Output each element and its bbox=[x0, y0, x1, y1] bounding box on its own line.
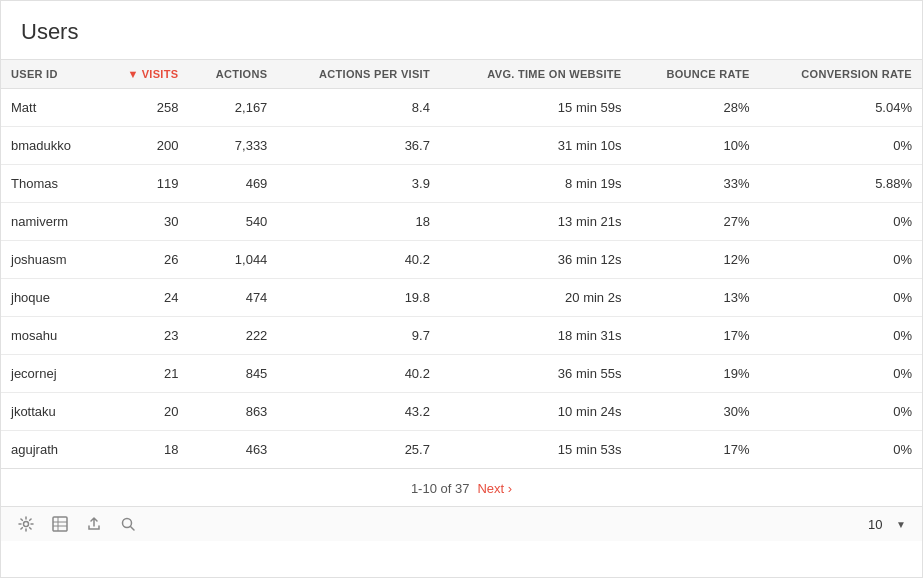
cell-bounce_rate: 27% bbox=[631, 203, 759, 241]
table-header-row: USER ID ▼VISITS ACTIONS ACTIONS PER VISI… bbox=[1, 60, 922, 89]
cell-conversion_rate: 0% bbox=[760, 127, 922, 165]
pagination-row: 1-10 of 37 Next › bbox=[1, 469, 922, 506]
table-row: bmadukko2007,33336.731 min 10s10%0% bbox=[1, 127, 922, 165]
table-row: Thomas1194693.98 min 19s33%5.88% bbox=[1, 165, 922, 203]
cell-visits: 26 bbox=[100, 241, 188, 279]
table-body: Matt2582,1678.415 min 59s28%5.04%bmadukk… bbox=[1, 89, 922, 469]
footer-right: 10 25 50 100 ▼ bbox=[868, 517, 906, 532]
cell-actions: 863 bbox=[188, 393, 277, 431]
col-header-avg-time: AVG. TIME ON WEBSITE bbox=[440, 60, 632, 89]
cell-avg_time: 10 min 24s bbox=[440, 393, 632, 431]
cell-user_id: jkottaku bbox=[1, 393, 100, 431]
table-row: namiverm305401813 min 21s27%0% bbox=[1, 203, 922, 241]
cell-avg_time: 36 min 55s bbox=[440, 355, 632, 393]
cell-user_id: joshuasm bbox=[1, 241, 100, 279]
cell-user_id: Thomas bbox=[1, 165, 100, 203]
gear-icon[interactable] bbox=[17, 515, 35, 533]
export-icon[interactable] bbox=[85, 515, 103, 533]
cell-bounce_rate: 12% bbox=[631, 241, 759, 279]
cell-bounce_rate: 30% bbox=[631, 393, 759, 431]
cell-actions_per_visit: 25.7 bbox=[277, 431, 440, 469]
page-size-select[interactable]: 10 25 50 100 bbox=[868, 517, 892, 532]
cell-actions_per_visit: 40.2 bbox=[277, 241, 440, 279]
cell-avg_time: 36 min 12s bbox=[440, 241, 632, 279]
cell-visits: 24 bbox=[100, 279, 188, 317]
cell-avg_time: 8 min 19s bbox=[440, 165, 632, 203]
col-header-actions-per-visit: ACTIONS PER VISIT bbox=[277, 60, 440, 89]
table-row: agujrath1846325.715 min 53s17%0% bbox=[1, 431, 922, 469]
cell-bounce_rate: 17% bbox=[631, 317, 759, 355]
table-row: jhoque2447419.820 min 2s13%0% bbox=[1, 279, 922, 317]
cell-conversion_rate: 5.04% bbox=[760, 89, 922, 127]
cell-conversion_rate: 0% bbox=[760, 355, 922, 393]
svg-rect-1 bbox=[53, 517, 67, 531]
footer-bar: 10 25 50 100 ▼ bbox=[1, 506, 922, 541]
cell-bounce_rate: 28% bbox=[631, 89, 759, 127]
cell-conversion_rate: 0% bbox=[760, 431, 922, 469]
cell-actions: 469 bbox=[188, 165, 277, 203]
cell-actions: 7,333 bbox=[188, 127, 277, 165]
cell-actions: 2,167 bbox=[188, 89, 277, 127]
cell-visits: 18 bbox=[100, 431, 188, 469]
cell-user_id: namiverm bbox=[1, 203, 100, 241]
svg-line-6 bbox=[131, 527, 135, 531]
cell-conversion_rate: 0% bbox=[760, 317, 922, 355]
search-icon[interactable] bbox=[119, 515, 137, 533]
col-header-actions: ACTIONS bbox=[188, 60, 277, 89]
cell-actions: 540 bbox=[188, 203, 277, 241]
cell-actions_per_visit: 36.7 bbox=[277, 127, 440, 165]
cell-actions: 1,044 bbox=[188, 241, 277, 279]
col-header-bounce-rate: BOUNCE RATE bbox=[631, 60, 759, 89]
cell-actions_per_visit: 3.9 bbox=[277, 165, 440, 203]
cell-visits: 20 bbox=[100, 393, 188, 431]
cell-avg_time: 15 min 53s bbox=[440, 431, 632, 469]
cell-bounce_rate: 10% bbox=[631, 127, 759, 165]
table-row: joshuasm261,04440.236 min 12s12%0% bbox=[1, 241, 922, 279]
next-page-link[interactable]: Next › bbox=[477, 481, 512, 496]
col-header-conversion-rate: CONVERSION RATE bbox=[760, 60, 922, 89]
cell-avg_time: 18 min 31s bbox=[440, 317, 632, 355]
table-row: jecornej2184540.236 min 55s19%0% bbox=[1, 355, 922, 393]
cell-user_id: jecornej bbox=[1, 355, 100, 393]
table-icon[interactable] bbox=[51, 515, 69, 533]
cell-visits: 200 bbox=[100, 127, 188, 165]
cell-actions: 463 bbox=[188, 431, 277, 469]
cell-bounce_rate: 13% bbox=[631, 279, 759, 317]
cell-user_id: mosahu bbox=[1, 317, 100, 355]
cell-actions_per_visit: 8.4 bbox=[277, 89, 440, 127]
sort-arrow-icon: ▼ bbox=[128, 68, 139, 80]
cell-bounce_rate: 17% bbox=[631, 431, 759, 469]
cell-conversion_rate: 5.88% bbox=[760, 165, 922, 203]
cell-actions: 474 bbox=[188, 279, 277, 317]
cell-bounce_rate: 33% bbox=[631, 165, 759, 203]
cell-actions_per_visit: 19.8 bbox=[277, 279, 440, 317]
table-row: jkottaku2086343.210 min 24s30%0% bbox=[1, 393, 922, 431]
cell-visits: 258 bbox=[100, 89, 188, 127]
cell-user_id: agujrath bbox=[1, 431, 100, 469]
footer-icons bbox=[17, 515, 137, 533]
cell-conversion_rate: 0% bbox=[760, 241, 922, 279]
table-row: Matt2582,1678.415 min 59s28%5.04% bbox=[1, 89, 922, 127]
pagination-info: 1-10 of 37 bbox=[411, 481, 470, 496]
cell-conversion_rate: 0% bbox=[760, 279, 922, 317]
users-table: USER ID ▼VISITS ACTIONS ACTIONS PER VISI… bbox=[1, 59, 922, 469]
col-header-visits[interactable]: ▼VISITS bbox=[100, 60, 188, 89]
page-title: Users bbox=[1, 1, 922, 59]
cell-conversion_rate: 0% bbox=[760, 393, 922, 431]
cell-user_id: bmadukko bbox=[1, 127, 100, 165]
main-container: Users USER ID ▼VISITS ACTIONS ACTIONS PE… bbox=[0, 0, 923, 578]
cell-visits: 119 bbox=[100, 165, 188, 203]
cell-actions_per_visit: 43.2 bbox=[277, 393, 440, 431]
cell-avg_time: 15 min 59s bbox=[440, 89, 632, 127]
cell-avg_time: 31 min 10s bbox=[440, 127, 632, 165]
cell-conversion_rate: 0% bbox=[760, 203, 922, 241]
cell-visits: 30 bbox=[100, 203, 188, 241]
cell-actions_per_visit: 18 bbox=[277, 203, 440, 241]
cell-actions_per_visit: 40.2 bbox=[277, 355, 440, 393]
cell-avg_time: 20 min 2s bbox=[440, 279, 632, 317]
cell-actions_per_visit: 9.7 bbox=[277, 317, 440, 355]
page-size-dropdown-arrow: ▼ bbox=[896, 519, 906, 530]
cell-actions: 845 bbox=[188, 355, 277, 393]
cell-visits: 21 bbox=[100, 355, 188, 393]
cell-visits: 23 bbox=[100, 317, 188, 355]
